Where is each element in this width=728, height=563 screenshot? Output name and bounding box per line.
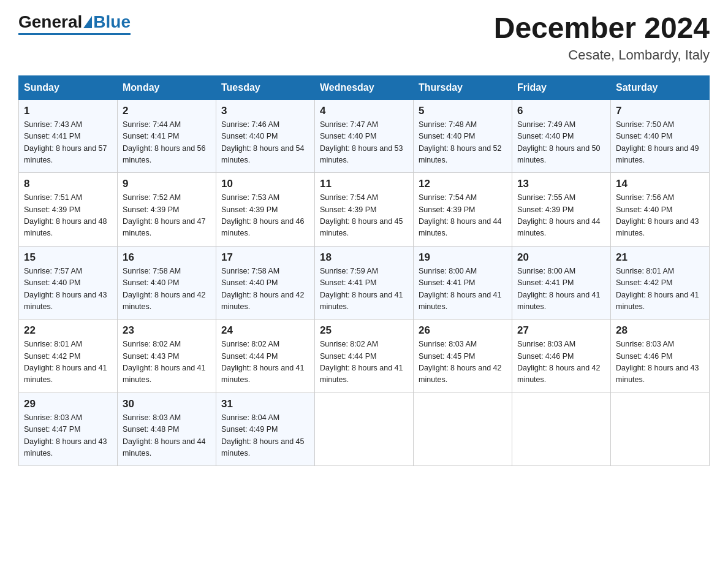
day-info: Sunrise: 8:01 AMSunset: 4:42 PMDaylight:… <box>24 340 107 384</box>
calendar-day-cell: 29 Sunrise: 8:03 AMSunset: 4:47 PMDaylig… <box>19 393 118 466</box>
day-info: Sunrise: 8:00 AMSunset: 4:41 PMDaylight:… <box>419 267 502 311</box>
calendar-day-cell: 20 Sunrise: 8:00 AMSunset: 4:41 PMDaylig… <box>512 246 611 320</box>
calendar-day-cell <box>512 393 611 466</box>
day-number: 22 <box>24 324 112 337</box>
day-info: Sunrise: 8:00 AMSunset: 4:41 PMDaylight:… <box>517 267 601 311</box>
calendar-day-cell: 15 Sunrise: 7:57 AMSunset: 4:40 PMDaylig… <box>19 246 118 320</box>
logo-triangle-icon <box>83 16 92 28</box>
calendar-day-cell <box>414 393 512 466</box>
day-info: Sunrise: 7:46 AMSunset: 4:40 PMDaylight:… <box>221 120 305 164</box>
day-info: Sunrise: 7:54 AMSunset: 4:39 PMDaylight:… <box>320 193 403 237</box>
day-number: 11 <box>320 178 408 190</box>
day-number: 17 <box>221 251 309 264</box>
page-header: General Blue December 2024 Cesate, Lomba… <box>18 12 710 63</box>
calendar-day-cell: 23 Sunrise: 8:02 AMSunset: 4:43 PMDaylig… <box>118 320 216 393</box>
day-info: Sunrise: 7:51 AMSunset: 4:39 PMDaylight:… <box>24 193 107 237</box>
day-info: Sunrise: 8:02 AMSunset: 4:43 PMDaylight:… <box>123 340 206 384</box>
calendar-day-cell: 19 Sunrise: 8:00 AMSunset: 4:41 PMDaylig… <box>414 246 512 320</box>
logo: General Blue <box>18 12 131 35</box>
calendar-day-cell: 9 Sunrise: 7:52 AMSunset: 4:39 PMDayligh… <box>118 173 216 247</box>
day-info: Sunrise: 7:58 AMSunset: 4:40 PMDaylight:… <box>221 267 305 311</box>
day-number: 9 <box>123 178 211 190</box>
day-number: 8 <box>24 178 112 190</box>
day-number: 18 <box>320 251 408 264</box>
calendar-day-cell: 10 Sunrise: 7:53 AMSunset: 4:39 PMDaylig… <box>216 173 315 247</box>
calendar-day-cell <box>315 393 414 466</box>
day-info: Sunrise: 8:03 AMSunset: 4:47 PMDaylight:… <box>24 413 107 458</box>
day-number: 26 <box>419 324 507 337</box>
month-title: December 2024 <box>494 12 710 45</box>
day-number: 21 <box>616 251 704 264</box>
day-info: Sunrise: 7:55 AMSunset: 4:39 PMDaylight:… <box>517 193 601 237</box>
calendar-day-cell: 4 Sunrise: 7:47 AMSunset: 4:40 PMDayligh… <box>315 99 414 173</box>
day-number: 13 <box>517 178 605 190</box>
calendar-day-cell: 13 Sunrise: 7:55 AMSunset: 4:39 PMDaylig… <box>512 173 611 247</box>
day-number: 23 <box>123 324 211 337</box>
day-info: Sunrise: 7:47 AMSunset: 4:40 PMDaylight:… <box>320 120 403 164</box>
day-number: 30 <box>123 398 211 410</box>
logo-blue-text: Blue <box>93 12 131 32</box>
day-info: Sunrise: 8:01 AMSunset: 4:42 PMDaylight:… <box>616 267 699 311</box>
day-info: Sunrise: 7:48 AMSunset: 4:40 PMDaylight:… <box>419 120 502 164</box>
day-number: 12 <box>419 178 507 190</box>
day-info: Sunrise: 7:44 AMSunset: 4:41 PMDaylight:… <box>123 120 206 164</box>
day-number: 19 <box>419 251 507 264</box>
day-number: 7 <box>616 105 704 117</box>
day-info: Sunrise: 8:03 AMSunset: 4:46 PMDaylight:… <box>517 340 601 384</box>
day-info: Sunrise: 8:03 AMSunset: 4:46 PMDaylight:… <box>616 340 699 384</box>
day-info: Sunrise: 7:49 AMSunset: 4:40 PMDaylight:… <box>517 120 601 164</box>
calendar-day-cell: 5 Sunrise: 7:48 AMSunset: 4:40 PMDayligh… <box>414 99 512 173</box>
day-number: 20 <box>517 251 605 264</box>
calendar-day-cell: 30 Sunrise: 8:03 AMSunset: 4:48 PMDaylig… <box>118 393 216 466</box>
calendar-day-cell: 1 Sunrise: 7:43 AMSunset: 4:41 PMDayligh… <box>19 99 118 173</box>
day-info: Sunrise: 7:57 AMSunset: 4:40 PMDaylight:… <box>24 267 107 311</box>
day-info: Sunrise: 7:50 AMSunset: 4:40 PMDaylight:… <box>616 120 699 164</box>
calendar-day-cell: 28 Sunrise: 8:03 AMSunset: 4:46 PMDaylig… <box>611 320 710 393</box>
calendar-week-row: 22 Sunrise: 8:01 AMSunset: 4:42 PMDaylig… <box>19 320 710 393</box>
calendar-week-row: 8 Sunrise: 7:51 AMSunset: 4:39 PMDayligh… <box>19 173 710 247</box>
day-number: 31 <box>221 398 309 410</box>
day-info: Sunrise: 8:02 AMSunset: 4:44 PMDaylight:… <box>320 340 403 384</box>
day-number: 28 <box>616 324 704 337</box>
calendar-day-cell: 21 Sunrise: 8:01 AMSunset: 4:42 PMDaylig… <box>611 246 710 320</box>
day-number: 29 <box>24 398 112 410</box>
day-info: Sunrise: 7:56 AMSunset: 4:40 PMDaylight:… <box>616 193 699 237</box>
calendar-day-cell: 3 Sunrise: 7:46 AMSunset: 4:40 PMDayligh… <box>216 99 315 173</box>
calendar-day-cell: 22 Sunrise: 8:01 AMSunset: 4:42 PMDaylig… <box>19 320 118 393</box>
calendar-day-cell: 2 Sunrise: 7:44 AMSunset: 4:41 PMDayligh… <box>118 99 216 173</box>
calendar-day-cell: 17 Sunrise: 7:58 AMSunset: 4:40 PMDaylig… <box>216 246 315 320</box>
calendar-table: SundayMondayTuesdayWednesdayThursdayFrid… <box>18 75 710 467</box>
day-info: Sunrise: 8:03 AMSunset: 4:48 PMDaylight:… <box>123 413 206 458</box>
calendar-day-cell: 6 Sunrise: 7:49 AMSunset: 4:40 PMDayligh… <box>512 99 611 173</box>
calendar-day-cell: 24 Sunrise: 8:02 AMSunset: 4:44 PMDaylig… <box>216 320 315 393</box>
calendar-day-cell: 27 Sunrise: 8:03 AMSunset: 4:46 PMDaylig… <box>512 320 611 393</box>
calendar-week-row: 15 Sunrise: 7:57 AMSunset: 4:40 PMDaylig… <box>19 246 710 320</box>
weekday-header-sunday: Sunday <box>19 75 118 99</box>
weekday-header-tuesday: Tuesday <box>216 75 315 99</box>
day-info: Sunrise: 7:53 AMSunset: 4:39 PMDaylight:… <box>221 193 305 237</box>
calendar-day-cell: 14 Sunrise: 7:56 AMSunset: 4:40 PMDaylig… <box>611 173 710 247</box>
day-number: 4 <box>320 105 408 117</box>
day-info: Sunrise: 7:52 AMSunset: 4:39 PMDaylight:… <box>123 193 206 237</box>
day-info: Sunrise: 8:04 AMSunset: 4:49 PMDaylight:… <box>221 413 305 458</box>
calendar-day-cell: 18 Sunrise: 7:59 AMSunset: 4:41 PMDaylig… <box>315 246 414 320</box>
location-subtitle: Cesate, Lombardy, Italy <box>494 47 710 63</box>
day-number: 3 <box>221 105 309 117</box>
calendar-day-cell: 31 Sunrise: 8:04 AMSunset: 4:49 PMDaylig… <box>216 393 315 466</box>
logo-underline <box>18 33 131 35</box>
logo-general-text: General <box>18 12 82 32</box>
day-info: Sunrise: 7:54 AMSunset: 4:39 PMDaylight:… <box>419 193 502 237</box>
calendar-day-cell: 8 Sunrise: 7:51 AMSunset: 4:39 PMDayligh… <box>19 173 118 247</box>
calendar-day-cell: 25 Sunrise: 8:02 AMSunset: 4:44 PMDaylig… <box>315 320 414 393</box>
title-area: December 2024 Cesate, Lombardy, Italy <box>494 12 710 63</box>
day-info: Sunrise: 7:59 AMSunset: 4:41 PMDaylight:… <box>320 267 403 311</box>
day-number: 25 <box>320 324 408 337</box>
calendar-day-cell: 26 Sunrise: 8:03 AMSunset: 4:45 PMDaylig… <box>414 320 512 393</box>
day-number: 6 <box>517 105 605 117</box>
calendar-day-cell <box>611 393 710 466</box>
calendar-week-row: 1 Sunrise: 7:43 AMSunset: 4:41 PMDayligh… <box>19 99 710 173</box>
day-number: 15 <box>24 251 112 264</box>
day-number: 27 <box>517 324 605 337</box>
day-info: Sunrise: 7:58 AMSunset: 4:40 PMDaylight:… <box>123 267 206 311</box>
weekday-header-thursday: Thursday <box>414 75 512 99</box>
